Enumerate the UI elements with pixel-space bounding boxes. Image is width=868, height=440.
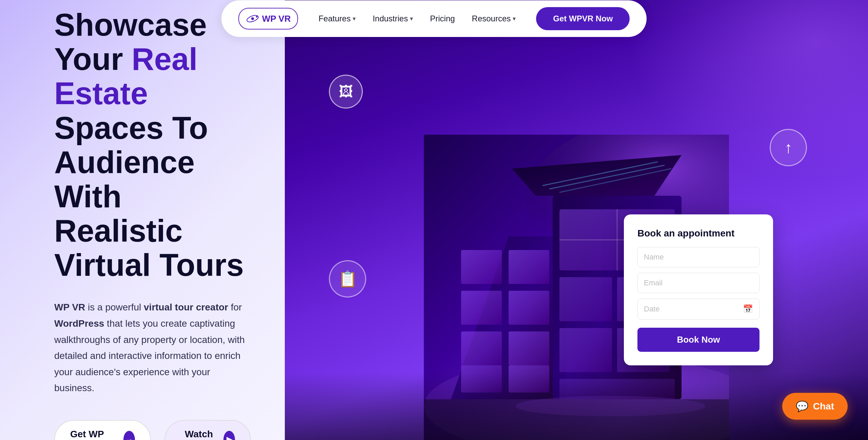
hero-left: Showcase Your Real Estate Spaces To Audi… (0, 0, 285, 440)
chevron-down-icon: ▾ (513, 15, 516, 22)
photo-hotspot-icon[interactable]: 🖼 (329, 75, 363, 109)
book-now-button[interactable]: Book Now (637, 328, 760, 352)
nav-link-resources[interactable]: Resources ▾ (472, 14, 516, 23)
svg-rect-26 (559, 328, 612, 372)
navbar: WP VR Features ▾ Industries ▾ Pricing (0, 0, 868, 37)
play-icon: ▶ (223, 431, 235, 440)
arrow-right-icon: → (123, 431, 135, 440)
nav-item-features[interactable]: Features ▾ (318, 14, 356, 23)
booking-date-input[interactable]: Date 📅 (637, 299, 760, 320)
watch-demo-button[interactable]: Watch Demo ▶ (164, 420, 251, 440)
nav-link-pricing[interactable]: Pricing (430, 14, 455, 23)
hero-description: WP VR is a powerful virtual tour creator… (54, 299, 251, 396)
svg-rect-12 (461, 331, 502, 365)
upload-icon: ↑ (785, 138, 792, 157)
chevron-down-icon: ▾ (410, 15, 413, 22)
nav-cta-button[interactable]: Get WPVR Now (536, 7, 630, 30)
chevron-down-icon: ▾ (353, 15, 356, 22)
svg-rect-11 (509, 291, 549, 325)
chat-bubble-icon: 💬 (796, 400, 808, 412)
booking-card: Book an appointment Name Email Date 📅 Bo… (624, 214, 773, 365)
svg-rect-8 (461, 250, 502, 284)
booking-email-input[interactable]: Email (637, 273, 760, 293)
nav-item-resources[interactable]: Resources ▾ (472, 14, 516, 23)
svg-rect-24 (559, 277, 612, 321)
hero-heading: Showcase Your Real Estate Spaces To Audi… (54, 8, 251, 283)
hero-right: 🖼 ↑ 📋 Book an appointment Name Email Dat… (285, 0, 868, 440)
logo-text: WP VR (262, 14, 291, 24)
svg-point-2 (256, 16, 257, 18)
svg-point-1 (251, 17, 254, 20)
ground-glow (285, 372, 868, 440)
logo[interactable]: WP VR (238, 8, 298, 30)
nav-link-industries[interactable]: Industries ▾ (373, 14, 413, 23)
calendar-hotspot-icon[interactable]: 📋 (329, 260, 366, 298)
navbar-inner: WP VR Features ▾ Industries ▾ Pricing (221, 0, 647, 37)
svg-rect-13 (509, 331, 549, 365)
nav-link-features[interactable]: Features ▾ (318, 14, 356, 23)
calendar-icon: 📋 (338, 270, 357, 288)
nav-links: Features ▾ Industries ▾ Pricing Resource… (318, 14, 516, 23)
hero-section: Showcase Your Real Estate Spaces To Audi… (0, 0, 868, 440)
svg-rect-10 (461, 291, 502, 325)
hero-buttons: Get WP VR Now → Watch Demo ▶ (54, 420, 251, 440)
chat-button[interactable]: 💬 Chat (782, 393, 848, 420)
svg-rect-9 (509, 250, 549, 284)
image-icon: 🖼 (339, 83, 353, 100)
booking-card-title: Book an appointment (637, 228, 760, 239)
nav-item-pricing[interactable]: Pricing (430, 14, 455, 23)
nav-item-industries[interactable]: Industries ▾ (373, 14, 413, 23)
booking-name-input[interactable]: Name (637, 247, 760, 267)
logo-icon (246, 12, 259, 25)
calendar-picker-icon: 📅 (743, 304, 753, 314)
upload-hotspot-icon[interactable]: ↑ (770, 129, 807, 166)
get-wpvr-button[interactable]: Get WP VR Now → (54, 420, 151, 440)
